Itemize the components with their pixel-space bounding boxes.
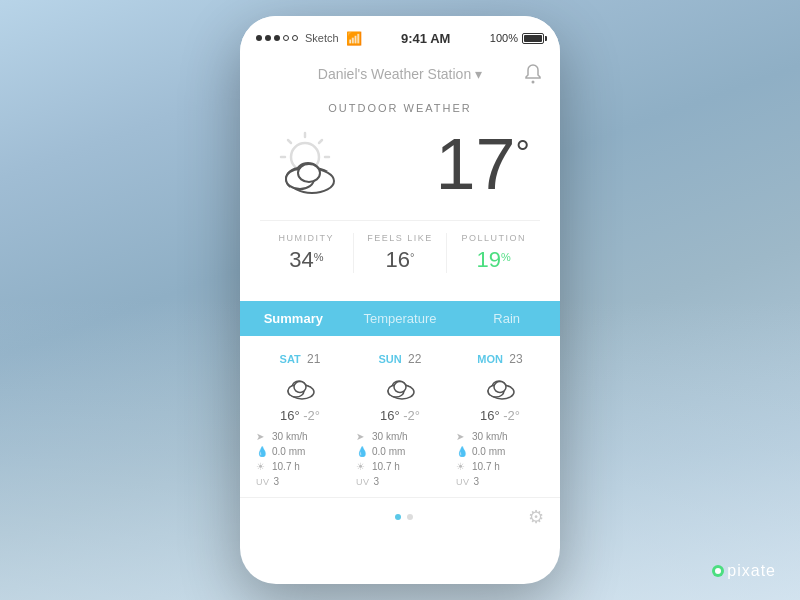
- page-dot-1[interactable]: [395, 514, 401, 520]
- signal-dot-4: [283, 35, 289, 41]
- sat-details: ➤ 30 km/h 💧 0.0 mm ☀ 10.7 h UV 3: [252, 431, 348, 487]
- degree-symbol: °: [516, 136, 530, 172]
- forecast-columns: SAT 21 16° -2°: [240, 352, 560, 487]
- battery-pct: 100%: [490, 32, 518, 44]
- network-label: Sketch: [305, 32, 339, 44]
- stats-row: HUMIDITY 34% FEELS LIKE 16° POLLUTION 19…: [260, 220, 540, 285]
- svg-point-0: [532, 81, 535, 84]
- station-selector[interactable]: Daniel's Weather Station ▾: [318, 66, 482, 82]
- humidity-label: HUMIDITY: [260, 233, 353, 243]
- brand-name: pixate: [727, 562, 776, 580]
- outdoor-section: OUTDOOR WEATHER: [240, 92, 560, 301]
- brand-logo-dot: [712, 565, 724, 577]
- rain-icon: 💧: [256, 446, 268, 457]
- forecast-mon: MON 23 16° -2°: [452, 352, 548, 487]
- mon-day: MON: [477, 353, 503, 365]
- header: Daniel's Weather Station ▾: [240, 60, 560, 92]
- mon-temps: 16° -2°: [452, 408, 548, 423]
- battery-bar: [522, 33, 544, 44]
- page-dots: [280, 514, 528, 520]
- signal-dot-3: [274, 35, 280, 41]
- dropdown-icon: ▾: [475, 66, 482, 82]
- humidity-stat: HUMIDITY 34%: [260, 233, 354, 273]
- svg-line-6: [288, 140, 291, 143]
- status-time: 9:41 AM: [401, 31, 450, 46]
- settings-icon[interactable]: ⚙: [528, 506, 544, 528]
- pollution-label: POLLUTION: [447, 233, 540, 243]
- sun-icon: ☀: [256, 461, 268, 472]
- sat-day: SAT: [280, 353, 301, 365]
- forecast-sun: SUN 22 16° -2°: [352, 352, 448, 487]
- battery-fill: [524, 35, 542, 42]
- svg-point-16: [298, 164, 320, 182]
- sun-date: 22: [408, 352, 421, 366]
- sun-icon-forecast: [382, 374, 418, 402]
- forecast-section: SAT 21 16° -2°: [240, 336, 560, 497]
- status-bar: Sketch 📶 9:41 AM 100%: [240, 16, 560, 60]
- bottom-bar: ⚙: [240, 497, 560, 536]
- svg-point-30: [394, 382, 406, 393]
- wifi-icon: 📶: [346, 31, 362, 46]
- forecast-sat: SAT 21 16° -2°: [252, 352, 348, 487]
- sat-date: 21: [307, 352, 320, 366]
- bell-icon[interactable]: [522, 63, 544, 85]
- mon-details: ➤ 30 km/h 💧 0.0 mm ☀ 10.7 h UV 3: [452, 431, 548, 487]
- mon-icon: [482, 374, 518, 402]
- tab-rain[interactable]: Rain: [453, 301, 560, 336]
- signal-dot-5: [292, 35, 298, 41]
- temperature-value: 17: [436, 128, 516, 200]
- wind-icon-mon: ➤: [456, 431, 468, 442]
- weather-icon-large: [270, 129, 360, 199]
- feels-like-label: FEELS LIKE: [354, 233, 447, 243]
- outdoor-title: OUTDOOR WEATHER: [260, 102, 540, 114]
- wind-icon: ➤: [256, 431, 268, 442]
- weather-main: 17 °: [260, 128, 540, 200]
- station-name-label: Daniel's Weather Station: [318, 66, 471, 82]
- status-signals: Sketch 📶: [256, 31, 362, 46]
- status-right: 100%: [490, 32, 544, 44]
- svg-line-8: [319, 140, 322, 143]
- pollution-stat: POLLUTION 19%: [447, 233, 540, 273]
- sun-hour-icon: ☀: [356, 461, 368, 472]
- sun-temps: 16° -2°: [352, 408, 448, 423]
- svg-point-37: [494, 382, 506, 393]
- pixate-brand: pixate: [712, 562, 776, 580]
- temperature-display: 17 °: [436, 128, 531, 200]
- sun-day: SUN: [379, 353, 402, 365]
- wind-icon-sun: ➤: [356, 431, 368, 442]
- tab-temperature[interactable]: Temperature: [347, 301, 454, 336]
- sun-details: ➤ 30 km/h 💧 0.0 mm ☀ 10.7 h UV 3: [352, 431, 448, 487]
- mon-date: 23: [509, 352, 522, 366]
- feels-like-stat: FEELS LIKE 16°: [354, 233, 448, 273]
- humidity-value: 34%: [260, 247, 353, 273]
- tab-bar: Summary Temperature Rain: [240, 301, 560, 336]
- sun-hour-icon-mon: ☀: [456, 461, 468, 472]
- signal-dot-1: [256, 35, 262, 41]
- feels-like-value: 16°: [354, 247, 447, 273]
- sat-temps: 16° -2°: [252, 408, 348, 423]
- rain-icon-mon: 💧: [456, 446, 468, 457]
- signal-dot-2: [265, 35, 271, 41]
- sat-icon: [282, 374, 318, 402]
- tab-summary[interactable]: Summary: [240, 301, 347, 336]
- pollution-value: 19%: [447, 247, 540, 273]
- page-dot-2[interactable]: [407, 514, 413, 520]
- svg-point-23: [294, 382, 306, 393]
- rain-icon-sun: 💧: [356, 446, 368, 457]
- phone-frame: Sketch 📶 9:41 AM 100% Daniel's Weather S…: [240, 16, 560, 584]
